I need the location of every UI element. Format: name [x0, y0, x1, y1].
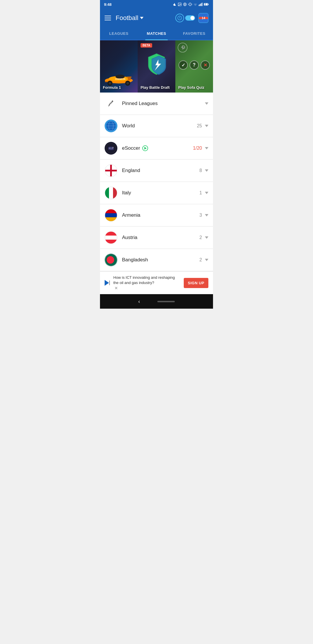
ad-close-label: ✕ [114, 286, 118, 290]
list-item-italy[interactable]: Italy 1 [100, 182, 213, 204]
svg-point-42 [113, 147, 114, 148]
svg-rect-47 [105, 170, 117, 171]
home-indicator[interactable] [157, 301, 175, 302]
quiz-check-icon: ✓ [179, 60, 188, 70]
svg-rect-6 [189, 3, 191, 6]
tab-bar: LEAGUES MATCHES FAVORITES [100, 27, 213, 40]
list-item-esoccer[interactable]: eSoccer 1/20 [100, 137, 213, 160]
battle-draft-label: Play Battle Draft [141, 85, 170, 90]
calendar-button[interactable]: 14 [199, 13, 208, 23]
england-chevron [205, 169, 208, 172]
vibrate-icon [188, 2, 192, 6]
armenia-label: Armenia [122, 212, 199, 218]
target-icon [183, 2, 187, 6]
svg-point-69 [107, 256, 114, 264]
svg-rect-24 [126, 77, 132, 78]
list-item-bangladesh[interactable]: Bangladesh 2 [100, 249, 213, 271]
italy-count: 1 [199, 190, 202, 196]
pin-icon [105, 97, 117, 110]
back-button[interactable]: ‹ [138, 299, 140, 305]
signal-icon [199, 3, 203, 6]
ad-text: How is ICT innovating and reshaping the … [113, 275, 181, 285]
bangladesh-flag-icon [105, 254, 117, 266]
clock-toggle-switch[interactable] [185, 15, 195, 21]
quiz-deco: ⚽ [177, 42, 188, 53]
svg-text:⚽: ⚽ [181, 45, 185, 50]
world-label: World [122, 123, 197, 129]
austria-count: 2 [199, 235, 202, 240]
italy-flag-icon [105, 187, 117, 199]
svg-rect-52 [109, 187, 113, 199]
status-icons [172, 2, 209, 6]
armenia-flag-icon [105, 209, 117, 222]
formula1-card[interactable]: CHANDON Formula 1 [100, 40, 138, 93]
bangladesh-count: 2 [199, 257, 202, 263]
battle-shield-icon [145, 53, 168, 76]
austria-label: Austria [122, 235, 199, 240]
england-flag-icon [105, 164, 117, 177]
svg-point-1 [179, 3, 179, 4]
sofa-quiz-card[interactable]: ✓ ? ✕ ⚽ Play Sofa Quiz [175, 40, 213, 93]
svg-rect-11 [201, 3, 201, 6]
league-list: Pinned Leagues World 25 [100, 93, 213, 271]
calendar-day: 14 [202, 16, 205, 20]
battery-icon [204, 3, 209, 6]
status-time: 9:48 [104, 2, 112, 7]
pinned-leagues-label: Pinned Leagues [122, 101, 205, 106]
esoccer-count: 1/20 [193, 146, 202, 151]
list-item-world[interactable]: World 25 [100, 115, 213, 137]
svg-rect-12 [202, 3, 202, 6]
ad-banner: How is ICT innovating and reshaping the … [100, 271, 213, 294]
armenia-chevron [205, 214, 208, 216]
signup-button[interactable]: SIGN UP [184, 278, 208, 288]
svg-line-33 [108, 105, 110, 106]
svg-rect-64 [105, 236, 117, 240]
header-right: 14 [175, 13, 208, 23]
italy-chevron [205, 192, 208, 194]
svg-line-19 [180, 18, 180, 19]
sport-dropdown-arrow[interactable] [140, 17, 143, 19]
england-label: England [122, 168, 199, 173]
f1-car-image: CHANDON [100, 66, 138, 87]
svg-point-3 [184, 4, 186, 5]
svg-rect-25 [128, 78, 131, 80]
esoccer-live-badge [142, 145, 148, 151]
austria-chevron [205, 236, 208, 239]
svg-rect-10 [200, 4, 200, 6]
header-left: Football [105, 14, 143, 22]
header-title[interactable]: Football [116, 14, 143, 22]
ad-text-container: How is ICT innovating and reshaping the … [113, 275, 181, 291]
list-item-england[interactable]: England 8 [100, 160, 213, 182]
svg-rect-58 [105, 213, 117, 217]
banner-cards: CHANDON Formula 1 BETA Play Battle Draft… [100, 40, 213, 93]
tab-favorites[interactable]: FAVORITES [175, 27, 213, 40]
esoccer-label: eSoccer [122, 145, 193, 151]
world-count: 25 [197, 123, 202, 129]
hamburger-menu-button[interactable] [105, 16, 111, 20]
list-item-austria[interactable]: Austria 2 [100, 227, 213, 249]
tab-leagues[interactable]: LEAGUES [100, 27, 138, 40]
england-count: 8 [199, 168, 202, 173]
bottom-nav: ‹ [100, 294, 213, 309]
quiz-cross-icon: ✕ [201, 60, 210, 70]
svg-point-29 [126, 82, 129, 84]
svg-rect-14 [208, 4, 209, 5]
clock-toggle[interactable] [175, 14, 195, 22]
formula1-label: Formula 1 [103, 85, 121, 90]
sport-title: Football [116, 14, 138, 22]
sofa-quiz-label: Play Sofa Quiz [178, 85, 204, 90]
tab-matches[interactable]: MATCHES [138, 27, 175, 40]
world-flag-icon [105, 120, 117, 132]
battle-draft-card[interactable]: BETA Play Battle Draft [138, 40, 175, 93]
svg-rect-9 [199, 5, 199, 6]
wifi-icon [193, 3, 197, 6]
ad-play-icon [105, 280, 110, 286]
austria-flag-icon [105, 231, 117, 244]
armenia-count: 3 [199, 213, 202, 218]
beta-badge: BETA [141, 43, 152, 48]
svg-point-41 [112, 148, 113, 149]
pinned-leagues-chevron [205, 102, 208, 105]
italy-label: Italy [122, 190, 199, 196]
list-item-armenia[interactable]: Armenia 3 [100, 204, 213, 227]
pinned-leagues-item[interactable]: Pinned Leagues [100, 93, 213, 115]
